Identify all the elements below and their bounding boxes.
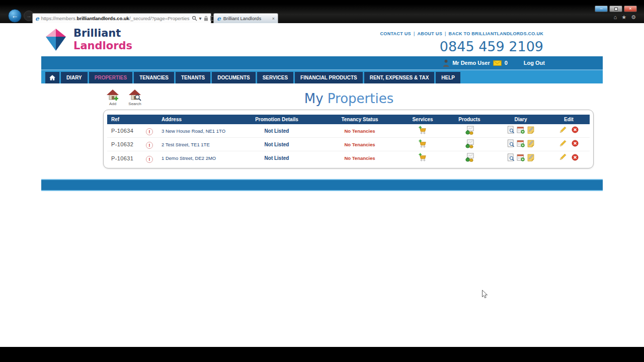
brand-logo[interactable]: Brilliant Landlords xyxy=(43,27,132,52)
search-icon[interactable] xyxy=(192,16,197,21)
close-button[interactable]: × xyxy=(624,6,637,12)
home-icon xyxy=(49,75,55,80)
message-count: 0 xyxy=(505,60,508,66)
promotion-status: Not Listed xyxy=(234,128,319,134)
home-icon[interactable]: ⌂ xyxy=(614,14,617,21)
delete-icon[interactable] xyxy=(572,154,579,161)
property-ref: P-10632 xyxy=(107,141,140,147)
header-ref: Ref xyxy=(107,117,140,122)
brand-line2: Landlords xyxy=(73,40,132,52)
nav-tab-rent-expenses-tax[interactable]: RENT, EXPENSES & TAX xyxy=(364,72,435,83)
edit-pencil-icon[interactable] xyxy=(559,140,567,147)
property-ref: P-10631 xyxy=(107,155,140,161)
header-products: Products xyxy=(445,117,494,122)
phone-number: 0845 459 2109 xyxy=(440,39,543,54)
promotion-status: Not Listed xyxy=(234,155,319,161)
nav-tab-tenants[interactable]: TENANTS xyxy=(176,72,210,83)
note-icon[interactable] xyxy=(527,153,535,161)
restore-icon xyxy=(614,8,618,11)
header-edit: Edit xyxy=(548,117,590,122)
user-bar: Mr Demo User 0 Log Out xyxy=(41,56,603,70)
add-label: Add xyxy=(109,102,116,106)
note-icon[interactable] xyxy=(527,139,535,147)
delete-icon[interactable] xyxy=(572,126,579,133)
diary-view-icon[interactable] xyxy=(507,139,515,147)
header-tenancy: Tenancy Status xyxy=(319,117,400,122)
restore-button[interactable] xyxy=(609,6,622,12)
tenancy-status: No Tenancies xyxy=(319,155,400,161)
window-controls: – × xyxy=(595,6,637,12)
alert-icon: ! xyxy=(146,128,153,135)
header-links: CONTACT US|ABOUT US|BACK TO BRILLIANTLAN… xyxy=(380,31,543,36)
header-diary: Diary xyxy=(494,117,548,122)
nav-tab-diary[interactable]: DIARY xyxy=(61,72,88,83)
favorites-star-icon[interactable]: ★ xyxy=(621,14,626,21)
alert-icon: ! xyxy=(146,156,153,163)
table-row: P-10632 ! 2 Test Street, TE1 1TE Not Lis… xyxy=(107,138,590,151)
about-us-link[interactable]: ABOUT US xyxy=(418,31,442,36)
nav-tab-services[interactable]: SERVICES xyxy=(257,72,293,83)
table-header-row: Ref Address Promotion Details Tenancy St… xyxy=(107,115,590,124)
products-icon[interactable] xyxy=(465,125,474,135)
nav-tab-documents[interactable]: DOCUMENTS xyxy=(212,72,255,83)
search-dropdown-icon[interactable]: ▾ xyxy=(199,16,202,21)
calendar-add-icon[interactable] xyxy=(517,139,525,147)
calendar-add-icon[interactable] xyxy=(517,126,525,134)
table-row: P-10634 ! 3 New House Road, NE1 1TO Not … xyxy=(107,124,590,138)
nav-tab-tenancies[interactable]: TENANCIES xyxy=(134,72,174,83)
screen: – × ⌂ ★ ⚙ ← → e https://members.brillian… xyxy=(0,0,644,362)
search-property-button[interactable]: Search xyxy=(126,89,144,106)
logout-link[interactable]: Log Out xyxy=(524,60,545,66)
header-services: Services xyxy=(400,117,445,122)
header-promotion: Promotion Details xyxy=(234,117,319,122)
nav-tab-home[interactable] xyxy=(45,72,59,83)
tenancy-status: No Tenancies xyxy=(319,142,400,147)
gear-icon[interactable]: ⚙ xyxy=(631,14,636,21)
back-button[interactable]: ← xyxy=(8,9,22,23)
products-icon[interactable] xyxy=(465,139,474,148)
delete-icon[interactable] xyxy=(572,140,579,147)
note-icon[interactable] xyxy=(527,126,535,134)
browser-tab[interactable]: e Brilliant Landlords × xyxy=(213,13,278,23)
ie-favicon-icon: e xyxy=(35,15,39,22)
tab-close-icon[interactable]: × xyxy=(272,16,275,21)
calendar-add-icon[interactable] xyxy=(517,153,525,161)
edit-pencil-icon[interactable] xyxy=(559,153,567,161)
minimize-button[interactable]: – xyxy=(595,6,608,12)
property-address: 1 Demo Street, DE2 2MO xyxy=(158,155,234,161)
edit-pencil-icon[interactable] xyxy=(559,126,567,134)
nav-tab-financial-products[interactable]: FINANCIAL PRODUCTS xyxy=(295,72,363,83)
properties-table: Ref Address Promotion Details Tenancy St… xyxy=(103,110,594,168)
tab-title: Brilliant Landlords xyxy=(223,16,262,21)
brand-line1: Brilliant xyxy=(73,27,132,40)
property-address: 2 Test Street, TE1 1TE xyxy=(158,142,234,147)
url-text[interactable]: https://members.brilliantlandlords.co.uk… xyxy=(41,16,190,21)
user-name: Mr Demo User xyxy=(452,60,490,66)
main-nav: DIARY PROPERTIES TENANCIES TENANTS DOCUM… xyxy=(41,70,603,83)
address-bar[interactable]: e https://members.brilliantlandlords.co.… xyxy=(32,13,211,24)
back-to-site-link[interactable]: BACK TO BRILLIANTLANDLORDS.CO.UK xyxy=(449,31,543,36)
browser-chrome: – × ⌂ ★ ⚙ ← → e https://members.brillian… xyxy=(0,4,644,23)
user-avatar-icon xyxy=(443,59,449,67)
contact-us-link[interactable]: CONTACT US xyxy=(380,31,411,36)
alert-icon: ! xyxy=(146,142,153,149)
diary-view-icon[interactable] xyxy=(507,153,515,161)
promotion-status: Not Listed xyxy=(234,142,319,147)
products-icon[interactable] xyxy=(465,152,474,162)
footer-bar xyxy=(41,179,603,191)
house-add-icon xyxy=(106,89,119,101)
envelope-icon[interactable] xyxy=(493,60,502,66)
diamond-logo-icon xyxy=(43,28,68,51)
page: Brilliant Landlords CONTACT US|ABOUT US|… xyxy=(0,23,644,347)
house-search-icon xyxy=(128,89,141,101)
services-cart-icon[interactable] xyxy=(418,152,428,162)
services-cart-icon[interactable] xyxy=(418,139,428,148)
tab-favicon-icon: e xyxy=(217,15,221,22)
nav-tab-help[interactable]: HELP xyxy=(436,72,460,83)
add-property-button[interactable]: Add xyxy=(104,89,122,106)
mouse-cursor xyxy=(481,290,488,299)
nav-tab-properties[interactable]: PROPERTIES xyxy=(89,72,132,83)
tenancy-status: No Tenancies xyxy=(319,128,400,134)
diary-view-icon[interactable] xyxy=(507,126,515,134)
services-cart-icon[interactable] xyxy=(418,125,428,135)
